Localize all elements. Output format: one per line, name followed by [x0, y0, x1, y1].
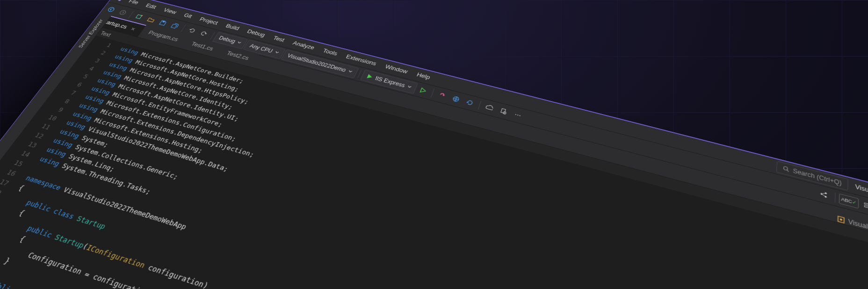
svg-rect-13 — [865, 206, 868, 209]
svg-point-0 — [783, 166, 788, 170]
svg-point-10 — [825, 192, 827, 195]
refresh-button[interactable] — [462, 95, 478, 110]
live-share-button[interactable] — [816, 186, 832, 203]
search-icon — [782, 165, 789, 173]
chevron-down-icon — [407, 85, 412, 89]
overflow-button[interactable]: ⋯ — [510, 108, 527, 123]
chevron-down-icon — [237, 41, 242, 44]
menu-test[interactable]: Test — [268, 34, 290, 44]
menu-help[interactable]: Help — [411, 70, 436, 82]
find-in-files-button[interactable] — [495, 104, 512, 119]
svg-point-11 — [825, 196, 827, 198]
svg-rect-4 — [136, 14, 142, 19]
svg-point-20 — [839, 218, 842, 221]
menu-build[interactable]: Build — [220, 22, 245, 32]
spell-check-button[interactable]: ABC✓ — [839, 194, 859, 209]
chevron-down-icon — [274, 51, 280, 55]
code-lens-button[interactable] — [860, 197, 868, 215]
svg-point-2 — [107, 7, 115, 12]
play-icon — [366, 73, 374, 80]
close-icon[interactable]: ✕ — [127, 23, 138, 35]
svg-point-3 — [119, 10, 127, 15]
class-icon — [837, 216, 845, 224]
chevron-down-icon — [347, 70, 353, 74]
svg-rect-12 — [865, 203, 868, 206]
visual-studio-window: FileEditViewGitProjectBuildDebugTestAnal… — [0, 0, 868, 289]
start-without-debugging-button[interactable] — [415, 84, 432, 98]
svg-line-1 — [787, 170, 788, 172]
menu-view[interactable]: View — [158, 6, 182, 16]
svg-point-9 — [821, 193, 823, 195]
menu-tools[interactable]: Tools — [317, 46, 343, 58]
